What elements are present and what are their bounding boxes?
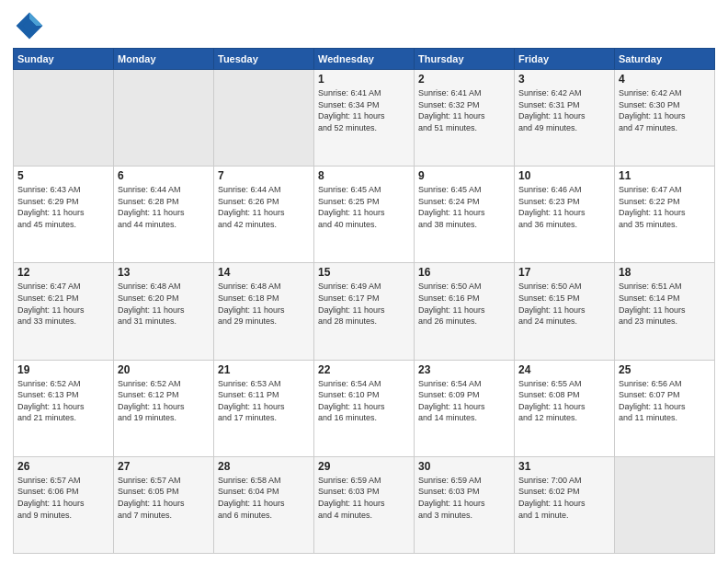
day-info: Sunrise: 6:59 AM Sunset: 6:03 PM Dayligh… <box>318 475 410 521</box>
day-number: 16 <box>418 266 510 279</box>
weekday-header-monday: Monday <box>114 49 214 70</box>
week-row-5: 26Sunrise: 6:57 AM Sunset: 6:06 PM Dayli… <box>14 456 715 553</box>
weekday-header-friday: Friday <box>515 49 615 70</box>
day-number: 15 <box>318 266 410 279</box>
weekday-header-row: SundayMondayTuesdayWednesdayThursdayFrid… <box>14 49 715 70</box>
day-number: 10 <box>518 169 610 182</box>
day-number: 28 <box>218 460 310 473</box>
day-number: 24 <box>518 363 610 376</box>
day-number: 30 <box>418 460 510 473</box>
day-info: Sunrise: 6:45 AM Sunset: 6:24 PM Dayligh… <box>418 184 510 230</box>
day-cell <box>214 70 314 167</box>
day-info: Sunrise: 6:58 AM Sunset: 6:04 PM Dayligh… <box>218 475 310 521</box>
weekday-header-sunday: Sunday <box>14 49 114 70</box>
day-cell <box>14 70 114 167</box>
day-cell: 9Sunrise: 6:45 AM Sunset: 6:24 PM Daylig… <box>415 167 515 263</box>
day-number: 4 <box>619 73 711 86</box>
day-info: Sunrise: 6:46 AM Sunset: 6:23 PM Dayligh… <box>518 184 610 230</box>
day-number: 19 <box>17 363 109 376</box>
weekday-header-wednesday: Wednesday <box>314 49 415 70</box>
day-info: Sunrise: 6:41 AM Sunset: 6:34 PM Dayligh… <box>318 87 410 133</box>
day-number: 29 <box>318 460 410 473</box>
day-number: 8 <box>318 169 410 182</box>
day-number: 13 <box>118 266 210 279</box>
day-info: Sunrise: 7:00 AM Sunset: 6:02 PM Dayligh… <box>518 475 610 521</box>
day-info: Sunrise: 6:59 AM Sunset: 6:03 PM Dayligh… <box>418 475 510 521</box>
day-cell <box>114 70 214 167</box>
day-number: 26 <box>17 460 109 473</box>
day-cell: 8Sunrise: 6:45 AM Sunset: 6:25 PM Daylig… <box>314 167 415 263</box>
day-number: 11 <box>619 169 711 182</box>
calendar: SundayMondayTuesdayWednesdayThursdayFrid… <box>13 48 715 554</box>
header <box>13 9 715 42</box>
week-row-1: 1Sunrise: 6:41 AM Sunset: 6:34 PM Daylig… <box>14 70 715 167</box>
day-number: 14 <box>218 266 310 279</box>
day-cell: 27Sunrise: 6:57 AM Sunset: 6:05 PM Dayli… <box>114 456 214 553</box>
day-cell: 3Sunrise: 6:42 AM Sunset: 6:31 PM Daylig… <box>515 70 615 167</box>
day-info: Sunrise: 6:41 AM Sunset: 6:32 PM Dayligh… <box>418 87 510 133</box>
day-cell: 16Sunrise: 6:50 AM Sunset: 6:16 PM Dayli… <box>415 263 515 360</box>
day-info: Sunrise: 6:51 AM Sunset: 6:14 PM Dayligh… <box>619 281 711 327</box>
day-info: Sunrise: 6:55 AM Sunset: 6:08 PM Dayligh… <box>518 378 610 424</box>
day-info: Sunrise: 6:57 AM Sunset: 6:05 PM Dayligh… <box>118 475 210 521</box>
day-number: 12 <box>17 266 109 279</box>
day-info: Sunrise: 6:47 AM Sunset: 6:22 PM Dayligh… <box>619 184 711 230</box>
day-cell: 26Sunrise: 6:57 AM Sunset: 6:06 PM Dayli… <box>14 456 114 553</box>
day-number: 20 <box>118 363 210 376</box>
day-cell: 20Sunrise: 6:52 AM Sunset: 6:12 PM Dayli… <box>114 360 214 456</box>
day-cell: 2Sunrise: 6:41 AM Sunset: 6:32 PM Daylig… <box>415 70 515 167</box>
day-info: Sunrise: 6:44 AM Sunset: 6:26 PM Dayligh… <box>218 184 310 230</box>
day-cell: 14Sunrise: 6:48 AM Sunset: 6:18 PM Dayli… <box>214 263 314 360</box>
day-info: Sunrise: 6:48 AM Sunset: 6:20 PM Dayligh… <box>118 281 210 327</box>
day-info: Sunrise: 6:53 AM Sunset: 6:11 PM Dayligh… <box>218 378 310 424</box>
day-number: 18 <box>619 266 711 279</box>
day-cell: 10Sunrise: 6:46 AM Sunset: 6:23 PM Dayli… <box>515 167 615 263</box>
day-cell: 11Sunrise: 6:47 AM Sunset: 6:22 PM Dayli… <box>615 167 715 263</box>
day-cell: 7Sunrise: 6:44 AM Sunset: 6:26 PM Daylig… <box>214 167 314 263</box>
day-number: 1 <box>318 73 410 86</box>
day-info: Sunrise: 6:50 AM Sunset: 6:15 PM Dayligh… <box>518 281 610 327</box>
day-info: Sunrise: 6:54 AM Sunset: 6:09 PM Dayligh… <box>418 378 510 424</box>
day-cell: 5Sunrise: 6:43 AM Sunset: 6:29 PM Daylig… <box>14 167 114 263</box>
day-cell: 21Sunrise: 6:53 AM Sunset: 6:11 PM Dayli… <box>214 360 314 456</box>
day-info: Sunrise: 6:57 AM Sunset: 6:06 PM Dayligh… <box>17 475 109 521</box>
day-number: 31 <box>518 460 610 473</box>
day-cell: 13Sunrise: 6:48 AM Sunset: 6:20 PM Dayli… <box>114 263 214 360</box>
day-cell: 31Sunrise: 7:00 AM Sunset: 6:02 PM Dayli… <box>515 456 615 553</box>
day-number: 17 <box>518 266 610 279</box>
day-cell: 19Sunrise: 6:52 AM Sunset: 6:13 PM Dayli… <box>14 360 114 456</box>
weekday-header-tuesday: Tuesday <box>214 49 314 70</box>
weekday-header-saturday: Saturday <box>615 49 715 70</box>
day-info: Sunrise: 6:42 AM Sunset: 6:30 PM Dayligh… <box>619 87 711 133</box>
day-cell: 17Sunrise: 6:50 AM Sunset: 6:15 PM Dayli… <box>515 263 615 360</box>
logo-icon <box>13 9 46 42</box>
day-info: Sunrise: 6:52 AM Sunset: 6:12 PM Dayligh… <box>118 378 210 424</box>
week-row-4: 19Sunrise: 6:52 AM Sunset: 6:13 PM Dayli… <box>14 360 715 456</box>
day-cell: 12Sunrise: 6:47 AM Sunset: 6:21 PM Dayli… <box>14 263 114 360</box>
weekday-header-thursday: Thursday <box>415 49 515 70</box>
day-info: Sunrise: 6:52 AM Sunset: 6:13 PM Dayligh… <box>17 378 109 424</box>
day-number: 5 <box>17 169 109 182</box>
day-info: Sunrise: 6:42 AM Sunset: 6:31 PM Dayligh… <box>518 87 610 133</box>
day-info: Sunrise: 6:54 AM Sunset: 6:10 PM Dayligh… <box>318 378 410 424</box>
day-number: 6 <box>118 169 210 182</box>
day-cell: 22Sunrise: 6:54 AM Sunset: 6:10 PM Dayli… <box>314 360 415 456</box>
day-info: Sunrise: 6:47 AM Sunset: 6:21 PM Dayligh… <box>17 281 109 327</box>
day-cell: 30Sunrise: 6:59 AM Sunset: 6:03 PM Dayli… <box>415 456 515 553</box>
day-cell: 15Sunrise: 6:49 AM Sunset: 6:17 PM Dayli… <box>314 263 415 360</box>
day-info: Sunrise: 6:56 AM Sunset: 6:07 PM Dayligh… <box>619 378 711 424</box>
logo <box>13 9 50 42</box>
day-number: 9 <box>418 169 510 182</box>
day-cell: 28Sunrise: 6:58 AM Sunset: 6:04 PM Dayli… <box>214 456 314 553</box>
day-number: 3 <box>518 73 610 86</box>
day-number: 25 <box>619 363 711 376</box>
day-number: 7 <box>218 169 310 182</box>
day-cell: 29Sunrise: 6:59 AM Sunset: 6:03 PM Dayli… <box>314 456 415 553</box>
day-cell: 24Sunrise: 6:55 AM Sunset: 6:08 PM Dayli… <box>515 360 615 456</box>
day-cell: 6Sunrise: 6:44 AM Sunset: 6:28 PM Daylig… <box>114 167 214 263</box>
page: SundayMondayTuesdayWednesdayThursdayFrid… <box>0 0 728 563</box>
day-info: Sunrise: 6:45 AM Sunset: 6:25 PM Dayligh… <box>318 184 410 230</box>
day-info: Sunrise: 6:43 AM Sunset: 6:29 PM Dayligh… <box>17 184 109 230</box>
day-info: Sunrise: 6:50 AM Sunset: 6:16 PM Dayligh… <box>418 281 510 327</box>
day-cell <box>615 456 715 553</box>
